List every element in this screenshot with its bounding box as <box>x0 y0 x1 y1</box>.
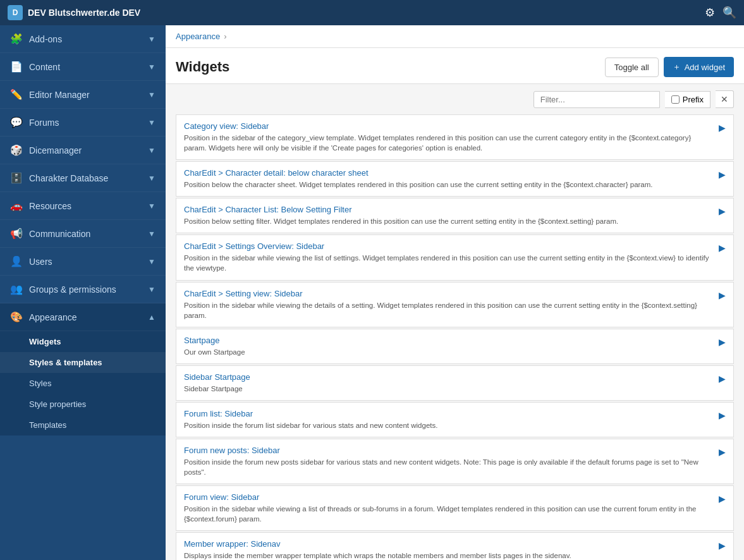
breadcrumb-separator: › <box>224 32 226 41</box>
sidebar-item-communication[interactable]: 📢 Communication ▼ <box>0 220 166 248</box>
breadcrumb: Appearance › <box>166 25 744 48</box>
content-icon: 📄 <box>10 61 23 73</box>
widget-list: Category view: Sidebar Position in the s… <box>166 114 744 560</box>
sidebar-subitem-styles-templates[interactable]: Styles & templates <box>0 352 166 373</box>
sidebar-item-charakter-database[interactable]: 🗄️ Charakter Database ▼ <box>0 164 166 192</box>
chevron-down-icon: ▼ <box>148 202 156 210</box>
sidebar-item-groups[interactable]: 👥 Groups & permissions ▼ <box>0 276 166 303</box>
chevron-down-icon: ▼ <box>148 35 156 44</box>
sidebar-item-addons[interactable]: 🧩 Add-ons ▼ <box>0 25 166 53</box>
toggle-all-button[interactable]: Toggle all <box>605 58 659 77</box>
widget-name: Forum view: Sidebar <box>184 492 714 502</box>
charakter-database-icon: 🗄️ <box>10 172 23 184</box>
chevron-right-icon: ▶ <box>719 337 726 347</box>
sidebar-item-charakter-database-label: Charakter Database <box>29 173 142 183</box>
sidebar-item-forums[interactable]: 💬 Forums ▼ <box>0 109 166 137</box>
layout: 🧩 Add-ons ▼ 📄 Content ▼ ✏️ Editor Manage… <box>0 25 744 560</box>
chevron-right-icon: ▶ <box>719 290 726 300</box>
sidebar-item-users[interactable]: 👤 Users ▼ <box>0 248 166 276</box>
table-row[interactable]: CharEdit > Character detail: below chara… <box>176 161 734 197</box>
widget-name: Category view: Sidebar <box>184 121 714 131</box>
widget-desc: Position inside the forum new posts side… <box>184 457 714 477</box>
chevron-right-icon: ▶ <box>719 540 726 551</box>
topbar-actions: ⚙ 🔍 <box>705 6 736 20</box>
sidebar-item-users-label: Users <box>29 257 142 267</box>
table-row[interactable]: Startpage Our own Startpage ▶ <box>176 329 734 364</box>
prefix-checkbox-container[interactable]: Prefix <box>665 91 710 108</box>
chevron-down-icon: ▼ <box>148 90 156 99</box>
header-actions: Toggle all ＋ Add widget <box>605 57 734 77</box>
filter-close-button[interactable]: ✕ <box>716 90 734 108</box>
sidebar-item-appearance-label: Appearance <box>29 312 142 322</box>
table-row[interactable]: Forum view: Sidebar Position in the side… <box>176 485 734 531</box>
sidebar-subitem-style-properties[interactable]: Style properties <box>0 394 166 415</box>
sidebar-item-dicemanager[interactable]: 🎲 Dicemanager ▼ <box>0 137 166 164</box>
sidebar-subitem-styles[interactable]: Styles <box>0 373 166 394</box>
chevron-right-icon: ▶ <box>719 410 726 420</box>
widget-name: Forum new posts: Sidebar <box>184 446 714 455</box>
sidebar-item-resources-label: Resources <box>29 201 142 211</box>
communication-icon: 📢 <box>10 228 23 240</box>
add-widget-button[interactable]: ＋ Add widget <box>664 57 734 77</box>
widget-desc: Our own Startpage <box>184 347 714 357</box>
sidebar: 🧩 Add-ons ▼ 📄 Content ▼ ✏️ Editor Manage… <box>0 25 166 560</box>
widget-name: CharEdit > Character List: Below Setting… <box>184 205 714 214</box>
widget-name: CharEdit > Settings Overview: Sidebar <box>184 241 714 251</box>
table-row[interactable]: Category view: Sidebar Position in the s… <box>176 114 734 160</box>
plus-icon: ＋ <box>673 61 681 73</box>
settings-icon[interactable]: ⚙ <box>705 6 715 20</box>
widget-name: CharEdit > Setting view: Sidebar <box>184 289 714 298</box>
widget-desc: Position in the sidebar while viewing a … <box>184 504 714 524</box>
sidebar-item-editor-manager[interactable]: ✏️ Editor Manager ▼ <box>0 81 166 109</box>
chevron-right-icon: ▶ <box>719 123 726 133</box>
table-row[interactable]: Sidebar Startpage Sidebar Startpage ▶ <box>176 365 734 401</box>
sidebar-item-content[interactable]: 📄 Content ▼ <box>0 53 166 81</box>
table-row[interactable]: Forum new posts: Sidebar Position inside… <box>176 439 734 484</box>
chevron-right-icon: ▶ <box>719 447 726 457</box>
table-row[interactable]: Member wrapper: Sidenav Displays inside … <box>176 532 734 560</box>
widget-desc: Displays inside the member wrapper templ… <box>184 551 714 560</box>
appearance-icon: 🎨 <box>10 311 23 323</box>
widget-desc: Position below the character sheet. Widg… <box>184 180 714 190</box>
sidebar-item-resources[interactable]: 🚗 Resources ▼ <box>0 192 166 220</box>
sidebar-item-addons-label: Add-ons <box>29 34 142 44</box>
table-row[interactable]: CharEdit > Settings Overview: Sidebar Po… <box>176 234 734 280</box>
chevron-down-icon: ▼ <box>148 63 156 71</box>
chevron-right-icon: ▶ <box>719 169 726 180</box>
widget-desc: Position below setting filter. Widget te… <box>184 216 714 226</box>
widget-name: Forum list: Sidebar <box>184 409 714 418</box>
widget-desc: Position in the sidebar while viewing th… <box>184 253 714 273</box>
chevron-right-icon: ▶ <box>719 374 726 384</box>
widget-name: Startpage <box>184 336 714 345</box>
page-header: Widgets Toggle all ＋ Add widget <box>166 48 744 84</box>
widget-name: CharEdit > Character detail: below chara… <box>184 168 714 178</box>
appearance-submenu: Widgets Styles & templates Styles Style … <box>0 331 166 435</box>
prefix-label: Prefix <box>683 95 704 104</box>
widget-desc: Position in the sidebar of the category_… <box>184 133 714 153</box>
chevron-down-icon: ▼ <box>148 229 156 238</box>
chevron-right-icon: ▶ <box>719 494 726 504</box>
widget-desc: Position inside the forum list sidebar f… <box>184 420 714 430</box>
dicemanager-icon: 🎲 <box>10 144 23 156</box>
table-row[interactable]: CharEdit > Setting view: Sidebar Positio… <box>176 282 734 327</box>
widget-desc: Position in the sidebar while viewing th… <box>184 300 714 320</box>
resources-icon: 🚗 <box>10 200 23 212</box>
sidebar-subitem-widgets[interactable]: Widgets <box>0 331 166 352</box>
filter-input[interactable] <box>534 91 660 108</box>
groups-icon: 👥 <box>10 283 23 295</box>
widget-desc: Sidebar Startpage <box>184 384 714 394</box>
table-row[interactable]: Forum list: Sidebar Position inside the … <box>176 402 734 437</box>
main-content: Appearance › Widgets Toggle all ＋ Add wi… <box>166 25 744 560</box>
sidebar-item-content-label: Content <box>29 62 142 72</box>
sidebar-subitem-templates[interactable]: Templates <box>0 415 166 435</box>
table-row[interactable]: CharEdit > Character List: Below Setting… <box>176 198 734 233</box>
sidebar-item-groups-label: Groups & permissions <box>29 284 142 295</box>
breadcrumb-appearance[interactable]: Appearance <box>176 32 220 41</box>
search-icon[interactable]: 🔍 <box>723 6 736 20</box>
chevron-right-icon: ▶ <box>719 206 726 216</box>
sidebar-item-appearance[interactable]: 🎨 Appearance ▲ <box>0 303 166 331</box>
sidebar-item-communication-label: Communication <box>29 229 142 239</box>
editor-manager-icon: ✏️ <box>10 88 23 100</box>
chevron-down-icon: ▼ <box>148 174 156 183</box>
prefix-checkbox[interactable] <box>671 95 680 104</box>
